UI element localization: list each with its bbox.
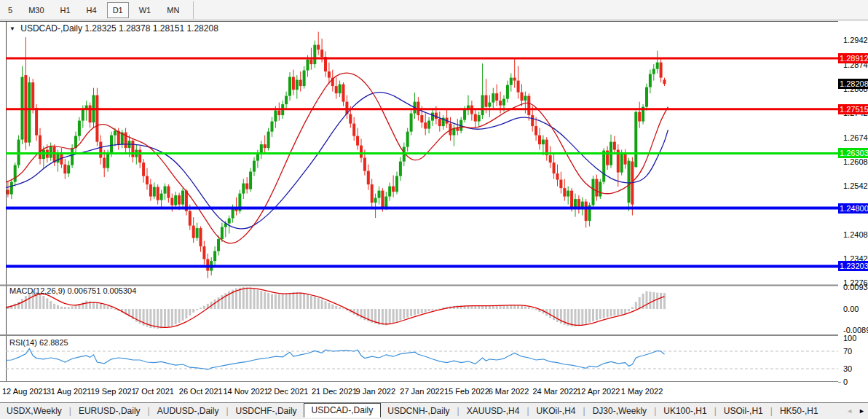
level-price-chip-1.26303: 1.26303	[838, 148, 868, 158]
tab-scroll-right-icon[interactable]: ►	[859, 407, 865, 415]
level-price-chip-1.27515: 1.27515	[838, 104, 868, 114]
rsi-tick-30: 30	[843, 364, 852, 373]
date-label-26-Oct-2021: 26 Oct 2021	[179, 387, 223, 396]
chart-tab-USDCNH-Daily[interactable]: USDCNH-,Daily	[381, 404, 456, 418]
date-label-2-Dec-2021: 2 Dec 2021	[267, 387, 308, 396]
date-label-1-May-2022: 1 May 2022	[621, 387, 663, 396]
date-label-12-Aug-2021: 12 Aug 2021	[2, 387, 47, 396]
chart-title: ▼ USDCAD-,Daily 1.28325 1.28378 1.28151 …	[9, 23, 218, 34]
level-price-chip-1.28912: 1.28912	[838, 53, 868, 63]
tab-scroll-arrows: ◄►	[846, 407, 868, 415]
price-tick-1.25420: 1.25420	[843, 181, 868, 190]
rsi-tick-0: 0	[843, 377, 848, 386]
trading-terminal: 5M30H1H4D1W1MN ▼ USDCAD-,Daily 1.28325 1…	[0, 0, 868, 419]
chart-tab-USDX-Weekly[interactable]: USDX,Weekly	[0, 404, 68, 418]
ohlc-readout: 1.28325 1.28378 1.28151 1.28208	[84, 23, 218, 34]
tab-scroll-left-icon[interactable]: ◄	[846, 407, 853, 415]
chart-canvas[interactable]	[0, 0, 868, 419]
rsi-tick-70: 70	[843, 347, 852, 356]
level-price-chip-1.24800: 1.24800	[838, 203, 868, 214]
date-label-31-Aug-2021: 31 Aug 2021	[47, 387, 92, 396]
chart-tabbar: USDX,Weekly|EURUSD-,Daily|AUDUSD-,Daily|…	[0, 402, 868, 419]
chart-tab-DJ30-Weekly[interactable]: DJ30-,Weekly	[586, 404, 653, 418]
rsi-tick-100: 100	[843, 334, 856, 342]
rsi-layer	[4, 348, 838, 369]
price-tick-1.24080: 1.24080	[843, 230, 868, 239]
price-axis[interactable]: 1.294201.287401.280801.274201.267401.260…	[838, 21, 868, 382]
chart-tab-XAUUSD-H4[interactable]: XAUUSD-,H4	[460, 404, 526, 418]
candles-layer	[3, 32, 666, 278]
date-label-15-Feb-2022: 15 Feb 2022	[444, 387, 489, 396]
chart-tab-USDCHF-Daily[interactable]: USDCHF-,Daily	[229, 404, 304, 418]
symbol-period-label: USDCAD-,Daily	[20, 23, 82, 34]
time-axis[interactable]: 12 Aug 202131 Aug 202119 Sep 20217 Oct 2…	[0, 382, 837, 402]
rsi-label: RSI(14) 62.8825	[9, 338, 68, 347]
date-label-21-Dec-2021: 21 Dec 2021	[312, 387, 357, 396]
rsi-line	[4, 348, 665, 369]
chart-tab-USDCAD-Daily[interactable]: USDCAD-,Daily	[304, 403, 382, 418]
date-label-27-Jan-2022: 27 Jan 2022	[400, 387, 444, 396]
date-label-19-Sep-2021: 19 Sep 2021	[90, 387, 135, 396]
chart-tab-AUDUSD-Daily[interactable]: AUDUSD-,Daily	[151, 404, 226, 418]
macd-tick-0.00: 0.00	[843, 305, 859, 313]
chart-tab-HK50-H1[interactable]: HK50-,H1	[773, 404, 825, 418]
chart-tab-UK100-H1[interactable]: UK100-,H1	[657, 404, 713, 418]
date-label-9-Jan-2022: 9 Jan 2022	[356, 387, 395, 396]
chart-tab-EURUSD-Daily[interactable]: EURUSD-,Daily	[72, 404, 147, 418]
chart-tab-USOil-H1[interactable]: USOil-,H1	[717, 404, 770, 418]
price-tick-1.26740: 1.26740	[843, 133, 868, 142]
date-label-6-Mar-2022: 6 Mar 2022	[489, 387, 529, 396]
macd-label: MACD(12,26,9) 0.006751 0.005304	[9, 286, 136, 295]
price-tick-1.29420: 1.29420	[843, 36, 868, 44]
chart-tab-UKOil-H4[interactable]: UKOil-,H4	[530, 404, 583, 418]
date-label-24-Mar-2022: 24 Mar 2022	[532, 387, 577, 396]
date-label-12-Apr-2022: 12 Apr 2022	[577, 387, 620, 396]
collapse-triangle-icon[interactable]: ▼	[9, 26, 15, 32]
date-label-7-Oct-2021: 7 Oct 2021	[135, 387, 174, 396]
date-label-14-Nov-2021: 14 Nov 2021	[224, 387, 269, 396]
current-price-chip: 1.28208	[838, 79, 868, 89]
level-price-chip-1.23203: 1.23203	[838, 261, 868, 271]
macd-tick-0.009345: 0.009345	[843, 283, 868, 291]
